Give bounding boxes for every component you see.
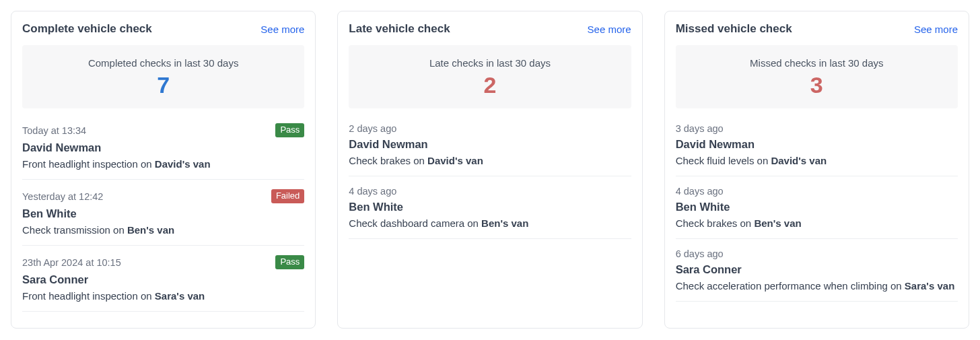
list-item[interactable]: 4 days agoBen WhiteCheck dashboard camer… bbox=[349, 176, 631, 239]
card-header: Complete vehicle checkSee more bbox=[22, 22, 304, 36]
item-person-name: Ben White bbox=[22, 207, 304, 220]
item-person-name: Sara Conner bbox=[22, 273, 304, 286]
item-description: Check brakes on David's van bbox=[349, 155, 631, 166]
item-top-row: 2 days ago bbox=[349, 123, 631, 134]
item-top-row: 4 days ago bbox=[349, 186, 631, 197]
item-top-row: Today at 13:34Pass bbox=[22, 123, 304, 137]
card-header: Late vehicle checkSee more bbox=[349, 22, 631, 36]
item-time: 23th Apr 2024 at 10:15 bbox=[22, 257, 121, 268]
item-description-text: Check transmission on bbox=[22, 224, 127, 236]
item-time: Today at 13:34 bbox=[22, 125, 86, 136]
item-description: Check brakes on Ben's van bbox=[676, 217, 958, 229]
item-top-row: Yesterday at 12:42Failed bbox=[22, 189, 304, 203]
item-person-name: Ben White bbox=[349, 201, 631, 213]
item-description: Check dashboard camera on Ben's van bbox=[349, 217, 631, 229]
summary-label: Missed checks in last 30 days bbox=[684, 57, 950, 69]
item-description: Front headlight inspection on Sara's van bbox=[22, 290, 304, 302]
item-description-text: Front headlight inspection on bbox=[22, 158, 155, 170]
item-description-vehicle: David's van bbox=[771, 155, 827, 166]
item-person-name: David Newman bbox=[22, 141, 304, 154]
status-badge-pass: Pass bbox=[275, 255, 304, 269]
item-time: 6 days ago bbox=[676, 248, 724, 259]
item-description-text: Check dashboard camera on bbox=[349, 217, 481, 229]
item-description-vehicle: Ben's van bbox=[481, 217, 528, 229]
item-person-name: Sara Conner bbox=[676, 263, 958, 276]
item-description: Check transmission on Ben's van bbox=[22, 224, 304, 236]
item-time: 4 days ago bbox=[676, 186, 724, 197]
item-description-text: Check brakes on bbox=[676, 217, 755, 229]
item-description: Check fluid levels on David's van bbox=[676, 155, 958, 166]
card-title: Complete vehicle check bbox=[22, 22, 152, 36]
item-time: 4 days ago bbox=[349, 186, 396, 197]
list-item[interactable]: 23th Apr 2024 at 10:15PassSara ConnerFro… bbox=[22, 246, 304, 312]
card-title: Late vehicle check bbox=[349, 22, 450, 36]
cards-row: Complete vehicle checkSee moreCompleted … bbox=[11, 11, 969, 329]
list-item[interactable]: 22th Apr 2024 at 09:02PassDavid NewmanCh… bbox=[22, 312, 304, 317]
status-badge-fail: Failed bbox=[271, 189, 304, 203]
item-description-text: Check fluid levels on bbox=[676, 155, 771, 166]
item-person-name: David Newman bbox=[676, 138, 958, 151]
item-list: 3 days agoDavid NewmanCheck fluid levels… bbox=[676, 112, 958, 317]
item-list: Today at 13:34PassDavid NewmanFront head… bbox=[22, 112, 304, 317]
see-more-link[interactable]: See more bbox=[260, 24, 304, 35]
item-time: Yesterday at 12:42 bbox=[22, 191, 103, 202]
summary-box: Late checks in last 30 days2 bbox=[349, 45, 631, 108]
item-top-row: 6 days ago bbox=[676, 248, 958, 259]
item-person-name: David Newman bbox=[349, 138, 631, 151]
item-description-text: Check brakes on bbox=[349, 155, 427, 166]
item-description-vehicle: David's van bbox=[155, 158, 211, 170]
summary-count: 2 bbox=[357, 73, 623, 98]
summary-label: Completed checks in last 30 days bbox=[30, 57, 296, 69]
see-more-link[interactable]: See more bbox=[588, 24, 631, 35]
summary-box: Missed checks in last 30 days3 bbox=[676, 45, 958, 108]
item-description-vehicle: Sara's van bbox=[155, 290, 205, 302]
list-item[interactable]: 3 days agoDavid NewmanCheck fluid levels… bbox=[676, 112, 958, 176]
item-description-vehicle: David's van bbox=[427, 155, 483, 166]
item-person-name: Ben White bbox=[676, 201, 958, 213]
list-item[interactable]: Today at 13:34PassDavid NewmanFront head… bbox=[22, 112, 304, 180]
summary-label: Late checks in last 30 days bbox=[357, 57, 623, 69]
list-item[interactable]: 2 days agoDavid NewmanCheck brakes on Da… bbox=[349, 112, 631, 176]
item-time: 3 days ago bbox=[676, 123, 724, 134]
item-description-vehicle: Ben's van bbox=[754, 217, 801, 229]
summary-count: 7 bbox=[30, 73, 296, 98]
card-title: Missed vehicle check bbox=[676, 22, 792, 36]
item-top-row: 23th Apr 2024 at 10:15Pass bbox=[22, 255, 304, 269]
item-top-row: 4 days ago bbox=[676, 186, 958, 197]
item-description-text: Front headlight inspection on bbox=[22, 290, 155, 302]
item-description: Front headlight inspection on David's va… bbox=[22, 158, 304, 170]
item-description: Check acceleration performance when clim… bbox=[676, 280, 958, 292]
card: Complete vehicle checkSee moreCompleted … bbox=[11, 11, 316, 329]
item-description-vehicle: Ben's van bbox=[127, 224, 174, 236]
summary-count: 3 bbox=[684, 73, 950, 98]
list-item[interactable]: 4 days agoBen WhiteCheck brakes on Ben's… bbox=[676, 176, 958, 239]
item-description-vehicle: Sara's van bbox=[905, 280, 954, 292]
item-top-row: 3 days ago bbox=[676, 123, 958, 134]
card-header: Missed vehicle checkSee more bbox=[676, 22, 958, 36]
item-description-text: Check acceleration performance when clim… bbox=[676, 280, 905, 292]
item-list: 2 days agoDavid NewmanCheck brakes on Da… bbox=[349, 112, 631, 317]
see-more-link[interactable]: See more bbox=[914, 24, 958, 35]
list-item[interactable]: 6 days agoSara ConnerCheck acceleration … bbox=[676, 239, 958, 302]
summary-box: Completed checks in last 30 days7 bbox=[22, 45, 304, 108]
card: Missed vehicle checkSee moreMissed check… bbox=[664, 11, 969, 329]
card: Late vehicle checkSee moreLate checks in… bbox=[337, 11, 642, 329]
status-badge-pass: Pass bbox=[275, 123, 304, 137]
item-time: 2 days ago bbox=[349, 123, 396, 134]
list-item[interactable]: Yesterday at 12:42FailedBen WhiteCheck t… bbox=[22, 180, 304, 246]
